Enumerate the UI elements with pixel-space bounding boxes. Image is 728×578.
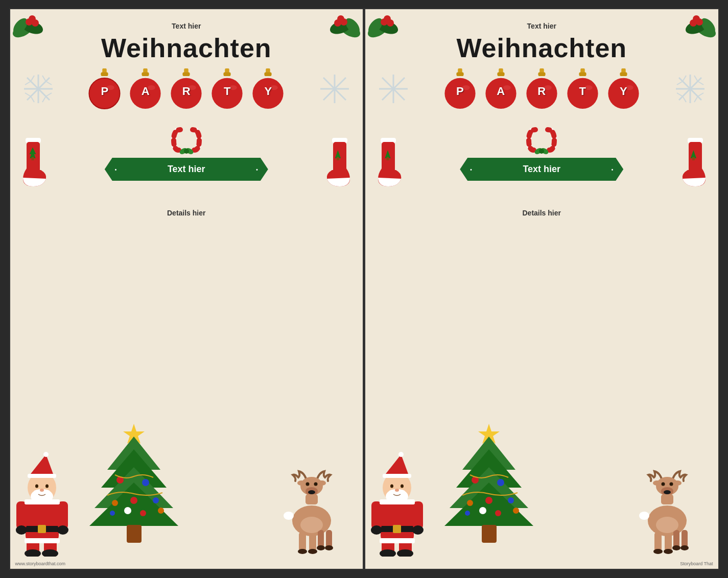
svg-rect-106 (306, 494, 318, 504)
banner-row-left: Text hier (18, 158, 356, 181)
svg-point-207 (497, 479, 504, 486)
santa-icon-right (370, 449, 424, 559)
svg-rect-224 (654, 532, 662, 551)
svg-rect-38 (183, 73, 190, 77)
svg-rect-63 (38, 525, 46, 533)
svg-point-228 (653, 549, 663, 554)
svg-rect-111 (326, 530, 332, 548)
ornament-letter-Y: Y (264, 85, 272, 98)
svg-point-229 (664, 549, 673, 554)
svg-rect-46 (265, 73, 272, 77)
svg-rect-89 (127, 525, 142, 543)
svg-rect-222 (661, 494, 673, 504)
ornament-Y: Y (249, 68, 287, 109)
svg-point-188 (412, 525, 424, 535)
svg-line-145 (698, 93, 703, 96)
svg-point-218 (661, 483, 665, 486)
holly-tl-right-icon (368, 12, 404, 51)
svg-rect-205 (482, 525, 497, 543)
svg-rect-109 (309, 532, 316, 551)
svg-point-209 (467, 500, 473, 506)
svg-line-16 (31, 76, 34, 81)
svg-rect-163 (620, 73, 627, 77)
svg-rect-108 (299, 532, 306, 551)
stocking-right-right-icon (670, 138, 708, 196)
svg-point-213 (513, 508, 519, 514)
svg-line-142 (683, 97, 686, 102)
svg-point-115 (325, 545, 333, 550)
svg-point-112 (298, 549, 307, 554)
svg-point-91 (142, 479, 149, 486)
ornament-right-letter-A: A (497, 85, 505, 98)
svg-point-230 (672, 545, 680, 550)
svg-rect-185 (371, 501, 382, 529)
snowflake-right-icon (319, 74, 350, 111)
svg-line-23 (46, 93, 52, 96)
svg-point-83 (40, 489, 44, 492)
ornament-letter-A: A (142, 85, 150, 98)
ornaments-row-left: P A R (18, 68, 356, 109)
svg-point-11 (337, 15, 344, 22)
stocking-right-icon (314, 138, 353, 196)
banner-left[interactable]: Text hier (105, 158, 268, 181)
ornament-P: P (85, 68, 124, 109)
svg-point-98 (110, 511, 115, 516)
bottom-scene-left (10, 411, 363, 564)
ornament-letter-P: P (101, 85, 108, 98)
santa-icon-left (15, 449, 69, 559)
banner-right[interactable]: Text hier (460, 158, 623, 181)
svg-point-211 (479, 507, 486, 514)
svg-rect-155 (538, 73, 545, 77)
svg-point-100 (297, 480, 306, 486)
ornament-right-T: T (563, 68, 602, 109)
ornaments-row-right: P A R (373, 68, 711, 109)
title-right: Weihnachten (373, 33, 711, 63)
svg-point-214 (465, 511, 470, 516)
svg-point-232 (639, 512, 649, 520)
svg-point-92 (130, 497, 137, 504)
svg-line-144 (698, 82, 703, 85)
svg-rect-159 (579, 73, 586, 77)
svg-point-231 (680, 545, 689, 550)
svg-rect-226 (673, 530, 679, 548)
svg-line-22 (46, 82, 52, 85)
ornament-right-letter-P: P (456, 85, 464, 98)
ornament-right-R: R (523, 68, 561, 109)
ornament-right-Y: Y (604, 68, 643, 109)
svg-rect-225 (665, 532, 672, 551)
stocking-left-right-icon (375, 138, 414, 196)
svg-rect-34 (142, 73, 149, 77)
snowflake-left-icon (23, 74, 54, 111)
holly-tr-icon (324, 12, 360, 51)
header-text-left: Text hier (18, 22, 356, 30)
holly-tr-right-icon (680, 12, 716, 51)
svg-point-94 (153, 497, 159, 503)
svg-point-79 (45, 485, 49, 488)
candy-area-right (373, 114, 711, 158)
candy-area-left (18, 114, 356, 158)
svg-rect-69 (16, 501, 27, 529)
svg-rect-75 (28, 474, 56, 478)
svg-rect-70 (58, 501, 68, 529)
svg-point-72 (57, 525, 68, 535)
title-left: Weihnachten (18, 33, 356, 63)
svg-point-97 (158, 508, 164, 514)
christmas-tree-icon-right (442, 421, 536, 559)
svg-line-143 (694, 97, 697, 102)
svg-line-19 (25, 93, 30, 96)
svg-point-217 (673, 480, 682, 486)
svg-rect-179 (393, 525, 401, 533)
svg-line-18 (25, 82, 30, 85)
svg-point-105 (308, 490, 315, 494)
ornament-right-P: P (441, 68, 479, 109)
christmas-tree-icon-left (87, 421, 181, 559)
svg-point-102 (306, 483, 310, 486)
svg-point-187 (371, 525, 382, 535)
ornament-right-letter-R: R (537, 85, 546, 98)
svg-point-193 (398, 452, 404, 457)
details-text-right: Details hier (373, 209, 711, 217)
svg-rect-56 (31, 157, 34, 160)
svg-point-93 (112, 500, 118, 506)
ornament-right-letter-T: T (579, 85, 586, 98)
svg-line-141 (677, 93, 682, 96)
